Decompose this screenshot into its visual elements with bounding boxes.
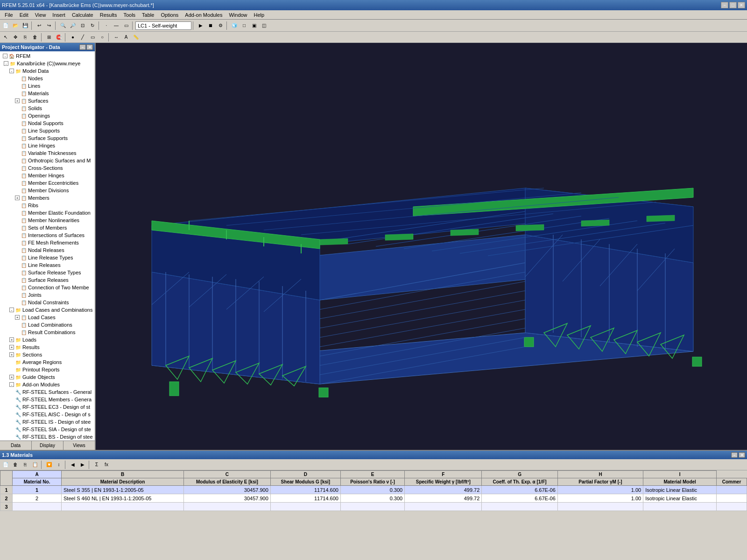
tree-rf-steel-sia[interactable]: 🔧 RF-STEEL SIA - Design of ste	[1, 426, 94, 433]
tree-surface-release-types[interactable]: 📋 Surface Release Types	[1, 269, 94, 276]
tb-lines[interactable]: —	[112, 21, 121, 30]
table-row[interactable]: 3	[0, 503, 747, 511]
tree-fe-mesh[interactable]: 📋 FE Mesh Refinements	[1, 239, 94, 246]
tb2-move[interactable]: ✥	[11, 33, 20, 42]
menu-edit[interactable]: Edit	[17, 11, 31, 19]
tree-member-eccentricities[interactable]: 📋 Member Eccentricities	[1, 179, 94, 187]
surfaces-toggle[interactable]: +	[15, 98, 20, 103]
menu-view[interactable]: View	[32, 11, 49, 19]
row3-material-model[interactable]	[643, 503, 717, 511]
table-tb-paste[interactable]: 📋	[30, 460, 40, 469]
tree-connection[interactable]: 📋 Connection of Two Membe	[1, 284, 94, 291]
tb2-dimension[interactable]: ↔	[112, 33, 121, 42]
tree-project[interactable]: - 📁 Kanalbrücke (C))www.meye	[1, 60, 94, 67]
tb-new[interactable]: 📄	[1, 21, 10, 30]
tb-plan-view[interactable]: □	[240, 21, 249, 30]
tb2-rect[interactable]: ▭	[88, 33, 97, 42]
menu-help[interactable]: Help	[251, 11, 268, 19]
sections-toggle[interactable]: +	[9, 352, 14, 357]
tree-rf-steel-is[interactable]: 🔧 RF-STEEL IS - Design of stee	[1, 418, 94, 426]
row2-comment[interactable]	[717, 494, 747, 503]
tree-addon-modules[interactable]: - 📁 Add-on Modules	[1, 381, 94, 388]
row2-coeff-th[interactable]: 6.67E-06	[482, 494, 558, 503]
tree-materials[interactable]: 📋 Materials	[1, 90, 94, 97]
tree-line-hinges[interactable]: 📋 Line Hinges	[1, 142, 94, 149]
tb-nodes[interactable]: ·	[102, 21, 111, 30]
row1-partial-factor[interactable]: 1.00	[557, 486, 643, 494]
guide-objects-toggle[interactable]: +	[9, 375, 14, 379]
tb2-circle[interactable]: ○	[98, 33, 107, 42]
tb2-point[interactable]: ●	[68, 33, 78, 42]
tree-member-nonlinearities[interactable]: 📋 Member Nonlinearities	[1, 217, 94, 224]
table-tb-sort[interactable]: ↕	[54, 460, 63, 469]
row1-shear-modulus[interactable]: 11714.600	[270, 486, 340, 494]
tree-average-regions[interactable]: 📁 Average Regions	[1, 358, 94, 366]
tree-surfaces[interactable]: + 📋 Surfaces	[1, 97, 94, 105]
tab-views[interactable]: Views	[63, 441, 95, 450]
rfem-toggle[interactable]: -	[3, 54, 7, 58]
tree-results[interactable]: + 📁 Results	[1, 343, 94, 351]
row2-material-no[interactable]: 2	[13, 494, 62, 503]
tree-openings[interactable]: 📋 Openings	[1, 112, 94, 119]
tree-rfem[interactable]: - 🏠 RFEM	[1, 52, 94, 60]
menu-options[interactable]: Options	[158, 11, 181, 19]
row3-coeff-th[interactable]	[482, 503, 558, 511]
tree-surface-supports[interactable]: 📋 Surface Supports	[1, 134, 94, 142]
model-data-toggle[interactable]: -	[9, 69, 14, 73]
row3-poisson[interactable]	[340, 503, 404, 511]
tb2-line[interactable]: ╱	[78, 33, 87, 42]
table-tb-filter[interactable]: 🔽	[44, 460, 54, 469]
tree-nodal-constraints[interactable]: 📋 Nodal Constraints	[1, 299, 94, 306]
tree-ribs[interactable]: 📋 Ribs	[1, 202, 94, 209]
tb-fit[interactable]: ⊡	[78, 21, 87, 30]
tree-sections[interactable]: + 📁 Sections	[1, 351, 94, 358]
members-toggle[interactable]: +	[15, 196, 20, 200]
tree-rf-steel-ec3[interactable]: 🔧 RF-STEEL EC3 - Design of st	[1, 403, 94, 411]
maximize-button[interactable]: □	[729, 2, 737, 8]
tb-run[interactable]: ▶	[196, 21, 205, 30]
row3-specific-weight[interactable]	[405, 503, 482, 511]
tb2-select[interactable]: ↖	[1, 33, 10, 42]
tb2-grid[interactable]: ⊞	[44, 33, 54, 42]
tree-model-data[interactable]: - 📁 Model Data	[1, 67, 94, 75]
table-tb-copy[interactable]: ⎘	[21, 460, 30, 469]
row1-material-model[interactable]: Isotropic Linear Elastic	[643, 486, 717, 494]
tb-zoom-out[interactable]: 🔎	[68, 21, 78, 30]
menu-table[interactable]: Table	[139, 11, 157, 19]
viewport[interactable]	[96, 43, 747, 450]
row3-material-no[interactable]	[13, 503, 62, 511]
row1-material-no[interactable]: 1	[13, 486, 62, 494]
tree-guide-objects[interactable]: + 📁 Guide Objects	[1, 373, 94, 381]
tb2-delete[interactable]: 🗑	[30, 33, 40, 42]
tree-solids[interactable]: 📋 Solids	[1, 105, 94, 112]
tree-nodal-supports[interactable]: 📋 Nodal Supports	[1, 119, 94, 127]
row2-description[interactable]: Steel S 460 NL | EN 1993-1-1:2005-05	[62, 494, 184, 503]
tree-cross-sections[interactable]: 📋 Cross-Sections	[1, 164, 94, 172]
row1-coeff-th[interactable]: 6.67E-06	[482, 486, 558, 494]
minimize-button[interactable]: −	[721, 2, 728, 8]
tb-surfaces[interactable]: ▭	[121, 21, 131, 30]
tab-display[interactable]: Display	[32, 441, 63, 450]
tree-intersections[interactable]: 📋 Intersections of Surfaces	[1, 231, 94, 239]
tab-data[interactable]: Data	[0, 441, 32, 450]
results-toggle[interactable]: +	[9, 345, 14, 350]
load-comb-toggle[interactable]: -	[9, 308, 14, 312]
tb-side-view[interactable]: ◫	[259, 21, 268, 30]
tb2-measure[interactable]: 📏	[131, 33, 141, 42]
tb-rotate[interactable]: ↻	[88, 21, 97, 30]
row3-partial-factor[interactable]	[557, 503, 643, 511]
row2-poisson[interactable]: 0.300	[340, 494, 404, 503]
row3-description[interactable]	[62, 503, 184, 511]
tree-member-hinges[interactable]: 📋 Member Hinges	[1, 172, 94, 179]
menu-addon[interactable]: Add-on Modules	[182, 11, 225, 19]
table-tb-prev[interactable]: ◀	[68, 460, 78, 469]
tree-members[interactable]: + 📋 Members	[1, 194, 94, 202]
tree-load-combinations[interactable]: 📋 Load Combinations	[1, 321, 94, 329]
table-tb-delete-row[interactable]: 🗑	[11, 460, 20, 469]
tree-nodes[interactable]: 📋 Nodes	[1, 75, 94, 82]
tb-settings[interactable]: ⚙	[216, 21, 225, 30]
menu-calculate[interactable]: Calculate	[69, 11, 96, 19]
table-tb-sum[interactable]: Σ	[92, 460, 101, 469]
tree-loads[interactable]: + 📁 Loads	[1, 336, 94, 343]
tree-load-cases[interactable]: + 📋 Load Cases	[1, 314, 94, 321]
